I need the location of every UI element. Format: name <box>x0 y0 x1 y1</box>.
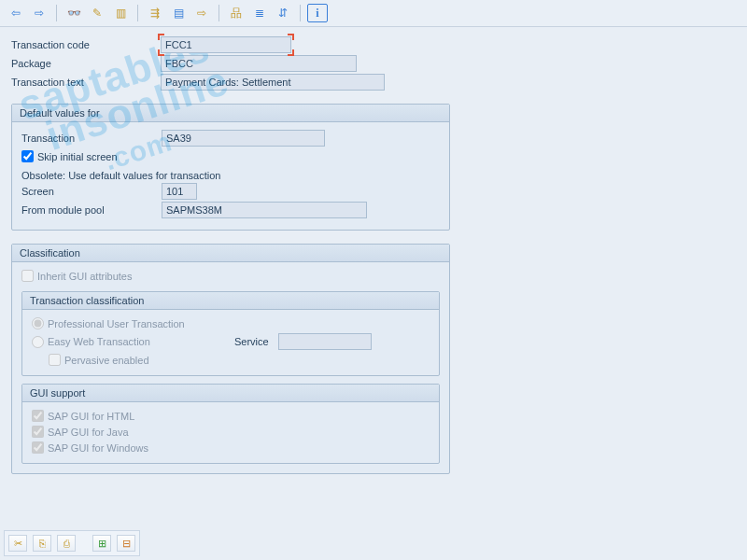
transaction-label: Transaction <box>21 133 162 144</box>
collapse-icon[interactable]: ⊟ <box>117 535 135 552</box>
sort-icon[interactable]: ≣ <box>249 4 270 22</box>
gui-title: GUI support <box>22 385 439 402</box>
display-change-icon[interactable]: ✎ <box>87 4 107 22</box>
inherit-label: Inherit GUI attributes <box>37 271 133 282</box>
ttext-field[interactable] <box>161 74 385 91</box>
gui-subgroup: GUI support SAP GUI for HTML SAP GUI for… <box>21 384 440 464</box>
easyweb-radio <box>32 336 44 348</box>
professional-radio <box>32 317 44 329</box>
service-field[interactable] <box>278 333 372 350</box>
pool-label: From module pool <box>21 204 162 216</box>
classification-title: Classification <box>12 245 449 262</box>
glasses-icon[interactable]: 👓 <box>63 4 84 22</box>
defaults-title: Default values for <box>12 105 449 122</box>
package-field[interactable] <box>161 55 357 72</box>
gui-java-checkbox <box>32 426 44 438</box>
gui-win-checkbox <box>32 441 44 454</box>
pool-field[interactable] <box>162 202 367 218</box>
status-footer: ✂ ⎘ ⎙ ⊞ ⊟ <box>4 530 140 556</box>
info-icon[interactable]: i <box>307 4 328 22</box>
service-label: Service <box>234 336 269 347</box>
skip-initial-label: Skip initial screen <box>37 151 118 162</box>
expand-icon[interactable]: ⊞ <box>92 535 111 552</box>
skip-initial-checkbox[interactable] <box>21 150 34 162</box>
tcode-field[interactable] <box>161 36 291 53</box>
pervasive-checkbox <box>49 354 61 366</box>
gui-win-label: SAP GUI for Windows <box>48 442 148 454</box>
gui-java-label: SAP GUI for Java <box>48 427 129 438</box>
cut-icon[interactable]: ✂ <box>8 535 27 552</box>
easyweb-label: Easy Web Transaction <box>48 336 234 347</box>
screen-label: Screen <box>21 186 162 197</box>
pervasive-label: Pervasive enabled <box>64 355 149 366</box>
toolbar-separator <box>300 5 301 21</box>
object-list-icon[interactable]: ▤ <box>168 4 189 22</box>
where-used-icon[interactable]: ⇶ <box>145 4 165 22</box>
hierarchy-icon[interactable]: 品 <box>226 4 247 22</box>
defaults-group: Default values for Transaction Skip init… <box>11 104 450 231</box>
obsolete-note: Obsolete: Use default values for transac… <box>21 170 220 181</box>
gui-html-label: SAP GUI for HTML <box>48 411 134 422</box>
other-object-icon[interactable]: ▥ <box>110 4 131 22</box>
transaction-field[interactable] <box>162 130 325 147</box>
gui-html-checkbox <box>32 410 44 422</box>
toolbar-separator <box>218 5 219 21</box>
screen-field[interactable] <box>162 183 197 200</box>
copy-icon[interactable]: ⎘ <box>33 535 51 552</box>
ttext-label: Transaction text <box>11 77 161 88</box>
back-icon[interactable]: ⇦ <box>6 4 26 22</box>
classification-group: Classification Inherit GUI attributes Tr… <box>11 244 450 474</box>
toolbar-separator <box>56 5 57 21</box>
inherit-checkbox <box>21 270 34 282</box>
app-toolbar: ⇦ ⇨ 👓 ✎ ▥ ⇶ ▤ ⇨ 品 ≣ ⇵ i <box>0 0 747 27</box>
tc-subgroup: Transaction classification Professional … <box>21 291 440 376</box>
forward-icon[interactable]: ⇨ <box>29 4 49 22</box>
tc-title: Transaction classification <box>22 292 439 310</box>
toolbar-separator <box>137 5 138 21</box>
professional-label: Professional User Transaction <box>48 318 185 329</box>
paste-icon[interactable]: ⎙ <box>57 535 76 552</box>
package-label: Package <box>11 58 161 69</box>
tcode-label: Transaction code <box>11 39 161 50</box>
transport-icon[interactable]: ⇵ <box>273 4 293 22</box>
navigate-icon[interactable]: ⇨ <box>191 4 212 22</box>
